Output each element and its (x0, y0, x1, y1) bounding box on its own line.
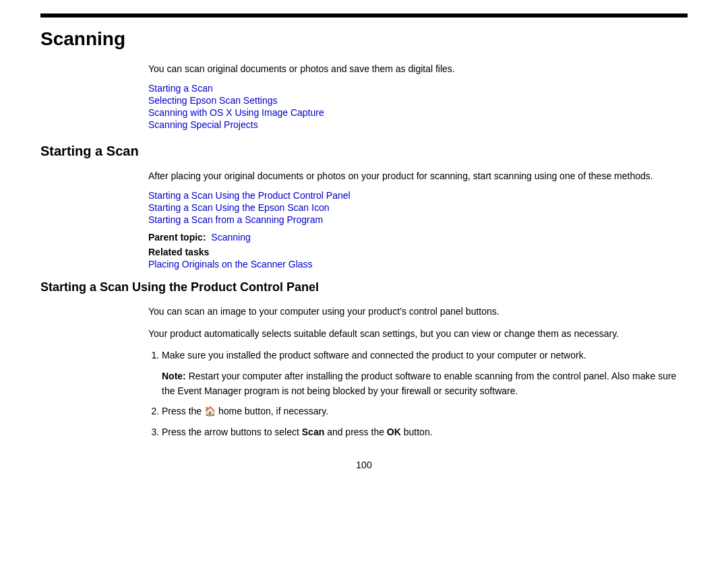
toc-link-special-projects[interactable]: Scanning Special Projects (148, 119, 688, 130)
section-starting-scan: Starting a Scan After placing your origi… (40, 144, 688, 270)
intro-text: You can scan original documents or photo… (148, 62, 688, 76)
home-icon: 🏠 (204, 404, 216, 418)
step-3-text-after: button. (404, 427, 433, 437)
control-panel-body2: Your product automatically selects suita… (148, 326, 688, 341)
related-tasks-links: Placing Originals on the Scanner Glass (148, 259, 688, 270)
step-1: Make sure you installed the product soft… (162, 348, 688, 398)
parent-topic-line: Parent topic: Scanning (148, 232, 688, 243)
step-3-text-middle: and press the (327, 427, 387, 437)
control-panel-steps: Make sure you installed the product soft… (162, 348, 688, 439)
toc-link-os-image-capture[interactable]: Scanning with OS X Using Image Capture (148, 107, 688, 118)
toc-link-epson-scan-settings[interactable]: Selecting Epson Scan Settings (148, 95, 688, 106)
starting-scan-body1: After placing your original documents or… (148, 168, 688, 183)
section-control-panel-title: Starting a Scan Using the Product Contro… (40, 280, 688, 294)
step-3-bold2: OK (387, 427, 401, 437)
top-border (40, 13, 688, 18)
step-1-text: Make sure you installed the product soft… (162, 350, 586, 361)
link-placing-originals[interactable]: Placing Originals on the Scanner Glass (148, 259, 688, 270)
link-epson-scan-icon[interactable]: Starting a Scan Using the Epson Scan Ico… (148, 202, 688, 213)
toc-links: Starting a Scan Selecting Epson Scan Set… (148, 83, 688, 130)
parent-topic-link[interactable]: Scanning (211, 232, 250, 243)
section-control-panel-content: You can scan an image to your computer u… (148, 304, 688, 439)
page-number: 100 (40, 460, 688, 470)
step-3-bold1: Scan (302, 427, 324, 437)
parent-topic-label: Parent topic: (148, 232, 206, 243)
step-2-text-after: home button, if necessary. (218, 406, 328, 416)
toc-link-starting-scan[interactable]: Starting a Scan (148, 83, 688, 94)
note-text: Restart your computer after installing t… (162, 371, 676, 396)
section-starting-scan-content: After placing your original documents or… (148, 168, 688, 270)
link-control-panel[interactable]: Starting a Scan Using the Product Contro… (148, 190, 688, 201)
step-1-note: Note: Restart your computer after instal… (162, 369, 688, 399)
link-scanning-program[interactable]: Starting a Scan from a Scanning Program (148, 214, 688, 225)
step-2: Press the 🏠 home button, if necessary. (162, 404, 688, 418)
section-starting-scan-title: Starting a Scan (40, 144, 688, 159)
control-panel-body1: You can scan an image to your computer u… (148, 304, 688, 319)
section-control-panel: Starting a Scan Using the Product Contro… (40, 280, 688, 439)
page-container: Scanning You can scan original documents… (0, 0, 728, 497)
note-label: Note: (162, 371, 186, 381)
starting-scan-sublinks: Starting a Scan Using the Product Contro… (148, 190, 688, 225)
step-3-text-before: Press the arrow buttons to select (162, 427, 299, 437)
step-3: Press the arrow buttons to select Scan a… (162, 425, 688, 439)
page-title: Scanning (40, 28, 688, 50)
related-tasks-label: Related tasks (148, 247, 688, 257)
step-2-text-before: Press the (162, 406, 202, 416)
